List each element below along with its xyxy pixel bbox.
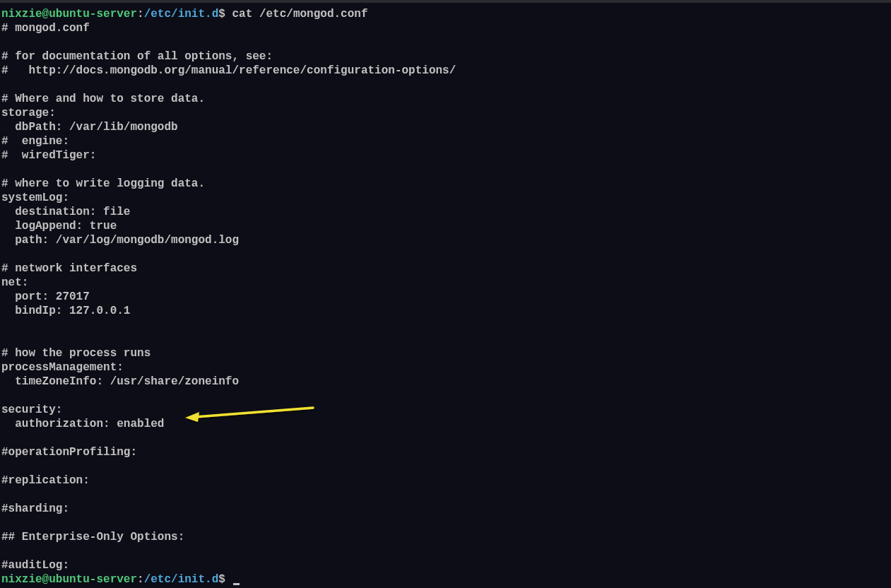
output-line: #sharding: <box>1 502 69 515</box>
output-line: #operationProfiling: <box>1 446 137 459</box>
output-line: # engine: <box>1 135 69 148</box>
prompt-user: nixzie@ubuntu-server <box>1 8 137 20</box>
output-line: # network interfaces <box>1 262 137 275</box>
prompt-path: /etc/init.d <box>144 573 219 586</box>
output-line: storage: <box>1 107 56 119</box>
prompt-colon: : <box>137 573 144 586</box>
output-line: processManagement: <box>1 361 124 374</box>
output-line: authorization: enabled <box>1 418 164 430</box>
output-line: # Where and how to store data. <box>1 93 205 105</box>
output-line: # for documentation of all options, see: <box>1 50 273 63</box>
output-line: dbPath: /var/lib/mongodb <box>1 121 178 134</box>
cursor <box>233 583 240 585</box>
prompt-colon: : <box>137 8 144 20</box>
output-line: timeZoneInfo: /usr/share/zoneinfo <box>1 375 239 388</box>
output-line: security: <box>1 404 62 416</box>
prompt-dollar: $ <box>218 8 225 20</box>
output-line: # wiredTiger: <box>1 149 96 162</box>
output-line: ## Enterprise-Only Options: <box>1 531 184 543</box>
output-line: systemLog: <box>1 192 69 204</box>
prompt-line-1: nixzie@ubuntu-server:/etc/init.d$ cat /e… <box>1 8 368 20</box>
output-line: net: <box>1 276 28 289</box>
output-line: path: /var/log/mongodb/mongod.log <box>1 234 239 247</box>
prompt-path: /etc/init.d <box>144 8 219 20</box>
output-line: #replication: <box>1 474 90 487</box>
output-line: # where to write logging data. <box>1 177 205 190</box>
prompt-line-2: nixzie@ubuntu-server:/etc/init.d$ <box>1 573 240 586</box>
prompt-user: nixzie@ubuntu-server <box>1 573 137 586</box>
terminal-output[interactable]: nixzie@ubuntu-server:/etc/init.d$ cat /e… <box>0 3 891 588</box>
output-line: destination: file <box>1 206 130 218</box>
output-line: port: 27017 <box>1 290 90 303</box>
output-line: # how the process runs <box>1 347 151 360</box>
output-line: logAppend: true <box>1 220 117 233</box>
command-text: cat /etc/mongod.conf <box>225 8 368 20</box>
output-line: #auditLog: <box>1 559 69 572</box>
output-line: # http://docs.mongodb.org/manual/referen… <box>1 64 456 77</box>
output-line: bindIp: 127.0.0.1 <box>1 305 130 317</box>
prompt-dollar: $ <box>218 573 225 586</box>
output-line: # mongod.conf <box>1 22 90 35</box>
